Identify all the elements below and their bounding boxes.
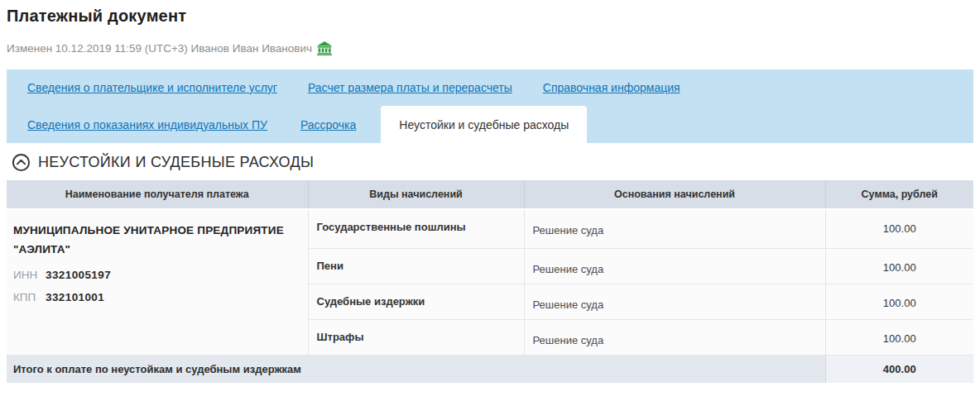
penalties-table: Наименование получателя платежа Виды нач… (7, 180, 973, 383)
bank-icon (317, 41, 332, 55)
modified-text: Изменен 10.12.2019 11:59 (UTC+3) Иванов … (7, 42, 312, 55)
charge-basis-cell: Решение суда (524, 248, 825, 284)
recipient-cell: МУНИЦИПАЛЬНОЕ УНИТАРНОЕ ПРЕДПРИЯТИЕ "АЭЛ… (7, 209, 308, 355)
charge-amount-cell: 100.00 (825, 209, 973, 248)
table-row: МУНИЦИПАЛЬНОЕ УНИТАРНОЕ ПРЕДПРИЯТИЕ "АЭЛ… (7, 209, 973, 248)
tab-row-1: Сведения о плательщике и исполнителе усл… (7, 69, 973, 106)
section-title: НЕУСТОЙКИ И СУДЕБНЫЕ РАСХОДЫ (38, 154, 314, 171)
charge-amount-cell: 100.00 (825, 284, 973, 319)
charge-type-cell: Государственные пошлины (308, 209, 524, 248)
inn-value: 3321005197 (46, 269, 111, 281)
table-header-row: Наименование получателя платежа Виды нач… (7, 180, 973, 209)
payment-document-page: Платежный документ Изменен 10.12.2019 11… (0, 7, 980, 383)
col-header-amount: Сумма, рублей (825, 180, 973, 209)
tab-link-payment-calculation[interactable]: Расчет размера платы и перерасчеты (308, 81, 512, 94)
charge-type-cell: Судебные издержки (308, 284, 524, 319)
tab-link-installment[interactable]: Рассрочка (300, 106, 356, 143)
tab-bar: Сведения о плательщике и исполнителе усл… (7, 69, 973, 143)
tab-active-penalties[interactable]: Неустойки и судебные расходы (381, 106, 587, 143)
tab-link-meter-readings[interactable]: Сведения о показаниях индивидуальных ПУ (27, 106, 267, 143)
charge-basis-cell: Решение суда (524, 284, 825, 319)
kpp-label: КПП (13, 289, 38, 306)
kpp-value: 332101001 (46, 291, 104, 303)
modified-info: Изменен 10.12.2019 11:59 (UTC+3) Иванов … (7, 41, 973, 55)
col-header-charge-basis: Основания начислений (524, 180, 825, 209)
total-amount: 400.00 (825, 355, 973, 383)
charge-type-cell: Пени (308, 248, 524, 284)
inn-label: ИНН (13, 266, 38, 284)
charge-amount-cell: 100.00 (825, 319, 973, 355)
col-header-charge-type: Виды начислений (308, 180, 524, 209)
tab-link-payer-info[interactable]: Сведения о плательщике и исполнителе усл… (27, 81, 277, 94)
charge-basis-cell: Решение суда (524, 319, 825, 355)
tab-row-2: Сведения о показаниях индивидуальных ПУ … (7, 106, 973, 143)
page-title: Платежный документ (7, 7, 973, 26)
charge-basis-cell: Решение суда (524, 209, 825, 248)
recipient-kpp-row: КПП332101001 (13, 289, 300, 306)
table-total-row: Итого к оплате по неустойкам и судебным … (7, 355, 973, 383)
charge-amount-cell: 100.00 (825, 248, 973, 284)
recipient-name: МУНИЦИПАЛЬНОЕ УНИТАРНОЕ ПРЕДПРИЯТИЕ "АЭЛ… (13, 221, 300, 259)
chevron-up-circle-icon[interactable] (12, 153, 31, 172)
tab-link-reference-info[interactable]: Справочная информация (543, 81, 680, 94)
section-header: НЕУСТОЙКИ И СУДЕБНЫЕ РАСХОДЫ (7, 149, 973, 175)
total-label: Итого к оплате по неустойкам и судебным … (7, 355, 825, 383)
recipient-inn-row: ИНН3321005197 (13, 266, 300, 284)
col-header-recipient: Наименование получателя платежа (7, 180, 308, 209)
charge-type-cell: Штрафы (308, 319, 524, 355)
